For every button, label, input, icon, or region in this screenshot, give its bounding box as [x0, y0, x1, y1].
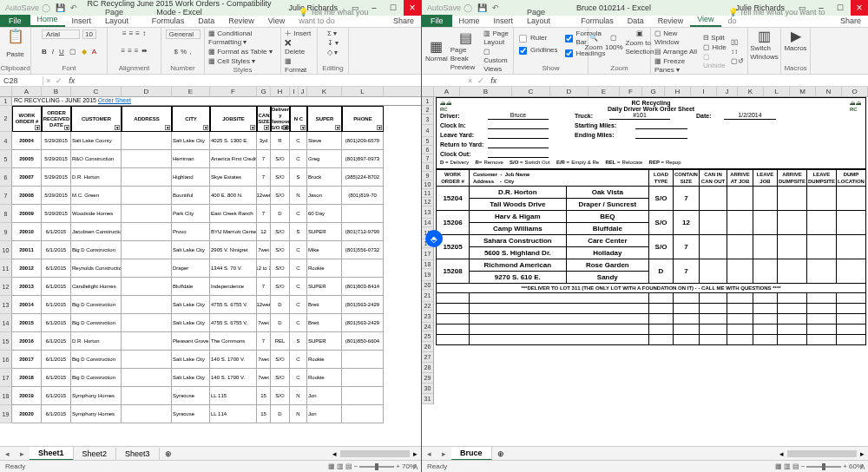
- can-cell[interactable]: [699, 187, 727, 211]
- lvjob-cell[interactable]: [753, 187, 777, 211]
- row-head-15[interactable]: 15: [0, 332, 12, 351]
- save-icon[interactable]: 💾: [56, 3, 65, 12]
- arrdump-cell[interactable]: [777, 211, 806, 235]
- table-row[interactable]: 20020 6/1/2015 Symphony Homes Syracuse L…: [12, 405, 421, 423]
- row-head-13[interactable]: 13: [0, 296, 12, 314]
- tab-data[interactable]: Data: [191, 15, 221, 27]
- row-head-3[interactable]: 3: [422, 115, 434, 125]
- row-head-1[interactable]: 1: [422, 97, 434, 106]
- can-cell[interactable]: [699, 211, 727, 235]
- can-cell[interactable]: [699, 259, 727, 284]
- fn-enter-icon[interactable]: ✓: [53, 76, 65, 85]
- fn-enter-icon[interactable]: ✓: [475, 76, 487, 85]
- row-head-17[interactable]: 17: [0, 369, 12, 387]
- row-head-30[interactable]: 30: [422, 384, 434, 394]
- addr-cell[interactable]: 5600 S. Highland Dr.: [470, 247, 567, 259]
- zoom-out-icon[interactable]: −: [354, 462, 358, 470]
- view-normal-icon[interactable]: ▦: [328, 462, 335, 470]
- lvjob-cell[interactable]: [753, 211, 777, 235]
- horizontal-scrollbar[interactable]: [787, 450, 857, 457]
- arrjob-cell[interactable]: [727, 235, 753, 259]
- row-head-14[interactable]: 14: [0, 314, 12, 332]
- row-head-5[interactable]: 5: [422, 137, 434, 146]
- cust-cell[interactable]: Sahara Construction: [470, 235, 567, 247]
- header-5[interactable]: JOBSITE▾: [210, 106, 257, 132]
- header-0[interactable]: WORK ORDER #▾: [12, 106, 42, 132]
- row-head-2[interactable]: 2: [422, 106, 434, 115]
- return-value[interactable]: [488, 141, 549, 148]
- arrjob-cell[interactable]: [727, 211, 753, 235]
- col-head-A[interactable]: A: [12, 87, 42, 96]
- tab-data[interactable]: Data: [621, 15, 651, 27]
- zoom-in-icon[interactable]: +: [396, 462, 400, 470]
- col-head-H[interactable]: H: [665, 87, 691, 96]
- col-head-J[interactable]: J: [299, 87, 307, 96]
- sheet-nav-prev[interactable]: ◂: [0, 449, 15, 458]
- row-head-16[interactable]: 16: [0, 351, 12, 369]
- new-window-btn[interactable]: ▢ New Window: [654, 30, 700, 47]
- row-head-27[interactable]: 27: [422, 352, 434, 363]
- row-head-31[interactable]: 31: [422, 394, 434, 404]
- view-pagebreak-icon[interactable]: ▤: [792, 462, 799, 470]
- col-head-F[interactable]: F: [210, 87, 257, 96]
- sheet-tab-bruce[interactable]: Bruce: [451, 447, 492, 461]
- fx-icon[interactable]: fx: [487, 76, 500, 85]
- sheet-tab-1[interactable]: Sheet1: [30, 447, 74, 461]
- row-head-19[interactable]: 19: [422, 269, 434, 281]
- table-row[interactable]: 20018 6/1/2015 Big D Construction Salt L…: [12, 369, 421, 387]
- freeze-panes-btn[interactable]: ▦ Freeze Panes ▾: [654, 57, 700, 75]
- city-cell[interactable]: Holladay: [566, 247, 648, 259]
- close-button[interactable]: [404, 0, 421, 16]
- tab-pagelayout[interactable]: Page Layout: [520, 6, 574, 27]
- arrange-all-btn[interactable]: ▤ Arrange All: [654, 48, 700, 56]
- row-head-1[interactable]: 1: [0, 97, 12, 106]
- row-head-29[interactable]: 29: [422, 373, 434, 384]
- tell-me[interactable]: 💡 Tell me what you want to do: [721, 6, 833, 27]
- cell-styles[interactable]: ▦ Cell Styles ▾: [208, 57, 277, 66]
- date-value[interactable]: 1/2/2014: [724, 112, 776, 120]
- table-row[interactable]: 20009 5/29/2015 Woodside Homes Park City…: [12, 205, 421, 223]
- align-c-icon[interactable]: ≡: [128, 47, 132, 55]
- th-size[interactable]: CONTAINSIZE: [673, 170, 699, 187]
- col-head-H[interactable]: H: [271, 87, 290, 96]
- row-head-21[interactable]: 21: [422, 290, 434, 302]
- row-head-5[interactable]: 5: [0, 150, 12, 168]
- load-cell[interactable]: S/O: [648, 211, 673, 235]
- tell-me[interactable]: 💡 Tell me what you want to do: [292, 6, 386, 27]
- ruler-check[interactable]: Ruler: [517, 33, 558, 44]
- row-head-9[interactable]: 9: [0, 223, 12, 241]
- lvjob-cell[interactable]: [753, 235, 777, 259]
- row-head-17[interactable]: 17: [422, 248, 434, 260]
- sheet-tab-3[interactable]: Sheet3: [116, 448, 160, 460]
- header-9[interactable]: SUPER▾: [307, 106, 342, 132]
- align-tl-icon[interactable]: ≡: [122, 30, 127, 37]
- sheet-nav-next[interactable]: ▸: [437, 449, 451, 458]
- row-head-12[interactable]: 12: [422, 198, 434, 206]
- maximize-button[interactable]: [832, 0, 849, 16]
- align-tr-icon[interactable]: ≡: [135, 30, 140, 37]
- col-head-C[interactable]: C: [71, 87, 122, 96]
- cust-cell[interactable]: Richmond American: [470, 259, 567, 272]
- fill-down-icon[interactable]: ↧ ▾: [327, 39, 339, 48]
- can-cell[interactable]: [699, 235, 727, 259]
- row-head-2[interactable]: 2: [0, 106, 12, 132]
- table-row[interactable]: 20013 6/1/2015 Candlelight Homes Bluffda…: [12, 278, 421, 296]
- tab-review[interactable]: Review: [651, 15, 691, 27]
- table-row[interactable]: 20017 6/1/2015 Big D Construction Salt L…: [12, 351, 421, 369]
- delete-cells[interactable]: 🞬 Delete: [285, 39, 313, 56]
- save-icon[interactable]: 💾: [477, 3, 487, 12]
- col-head-A[interactable]: A: [434, 87, 460, 96]
- header-1[interactable]: ORDER RECEIVED DATE▾: [42, 106, 71, 132]
- hscroll-right[interactable]: ▸: [857, 449, 868, 458]
- row-head-6[interactable]: 6: [422, 146, 434, 154]
- row-head-18[interactable]: 18: [422, 260, 434, 269]
- col-head-K[interactable]: K: [738, 87, 764, 96]
- sidebyside-icon[interactable]: ▯▯: [731, 38, 744, 47]
- th-lvjob[interactable]: LEAVEJOB: [753, 170, 777, 187]
- name-box[interactable]: C28: [0, 76, 43, 85]
- table-row[interactable]: 20014 6/1/2015 Big D Construction Salt L…: [12, 296, 421, 314]
- table-row[interactable]: 20012 6/1/2015 Reynolds Construction Dra…: [12, 259, 421, 278]
- hide-btn[interactable]: ▢ Hide: [703, 43, 727, 52]
- th-lvdump[interactable]: LEAVEDUMPSITE: [806, 170, 836, 187]
- zoom-icon[interactable]: 🔍: [589, 34, 598, 43]
